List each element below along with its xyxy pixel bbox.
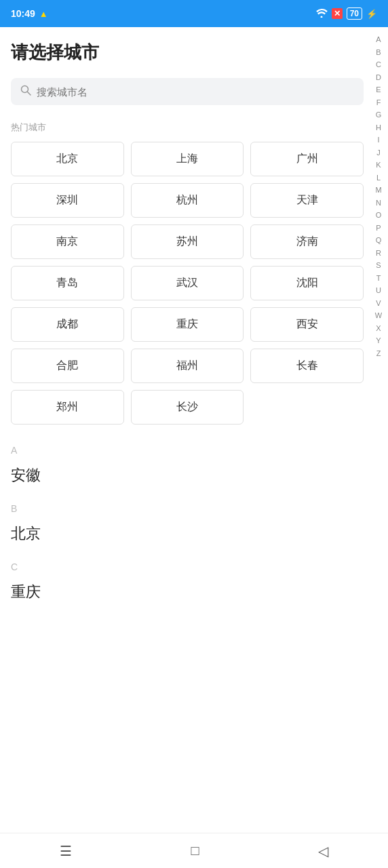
section-city[interactable]: 安徽 (11, 458, 364, 492)
alphabet-list: A安徽B北京C重庆 (11, 445, 364, 609)
sidebar-alpha-t[interactable]: T (369, 273, 388, 284)
sidebar-alpha-b[interactable]: B (369, 47, 388, 58)
sidebar-alpha-q[interactable]: Q (369, 235, 388, 246)
main-content: 请选择城市 热门城市 北京上海广州深圳杭州天津南京苏州济南青岛武汉沈阳成都重庆西… (0, 27, 388, 662)
sidebar-alpha-v[interactable]: V (369, 298, 388, 309)
hot-city-cell[interactable]: 合肥 (11, 349, 124, 383)
hot-city-cell[interactable]: 广州 (250, 142, 364, 176)
sidebar-alpha-a[interactable]: A (369, 34, 388, 45)
sidebar-alpha-m[interactable]: M (369, 184, 388, 196)
hot-city-cell[interactable]: 西安 (250, 307, 364, 342)
section-city[interactable]: 北京 (11, 517, 364, 551)
home-button[interactable]: □ (177, 837, 212, 864)
sidebar-alpha-i[interactable]: I (369, 134, 388, 146)
hot-city-cell[interactable]: 福州 (131, 349, 244, 383)
bottom-nav: ☰ □ ◁ (0, 833, 388, 868)
hot-city-cell[interactable]: 武汉 (131, 266, 244, 300)
sidebar-alpha-y[interactable]: Y (369, 335, 388, 347)
sidebar-alpha-k[interactable]: K (369, 159, 388, 171)
hot-city-cell[interactable]: 天津 (250, 183, 364, 218)
hot-city-cell[interactable]: 南京 (11, 224, 124, 259)
sidebar-alpha-j[interactable]: J (369, 147, 388, 159)
sidebar-alpha-f[interactable]: F (369, 97, 388, 108)
sidebar-alpha-s[interactable]: S (369, 260, 388, 271)
status-bar-left: 10:49 ▲ (11, 8, 48, 19)
wifi-icon (315, 8, 328, 20)
alpha-section: A安徽 (11, 445, 364, 492)
hot-city-cell[interactable]: 北京 (11, 142, 124, 176)
hot-city-cell[interactable]: 苏州 (131, 224, 244, 259)
sidebar-alpha-p[interactable]: P (369, 222, 388, 234)
section-letter: A (11, 445, 364, 456)
section-city[interactable]: 重庆 (11, 575, 364, 609)
x-icon: ✕ (332, 8, 343, 19)
alpha-section: C重庆 (11, 561, 364, 609)
hot-city-cell[interactable]: 济南 (250, 224, 364, 259)
sidebar-alpha-e[interactable]: E (369, 84, 388, 96)
status-bar-right: ✕ 70 ⚡ (315, 7, 377, 20)
sidebar-alpha-u[interactable]: U (369, 285, 388, 296)
sidebar-alpha-l[interactable]: L (369, 172, 388, 184)
sidebar-alpha-w[interactable]: W (369, 310, 388, 321)
hot-city-cell[interactable]: 郑州 (11, 390, 124, 425)
sidebar-alpha-c[interactable]: C (369, 59, 388, 71)
alphabet-sidebar: ABCDEFGHIJKLMNOPQRSTUVWXYZ (369, 27, 388, 366)
page-title: 请选择城市 (11, 41, 364, 64)
sidebar-alpha-z[interactable]: Z (369, 348, 388, 359)
search-icon (20, 85, 31, 98)
hot-city-cell[interactable]: 深圳 (11, 183, 124, 218)
menu-button[interactable]: ☰ (46, 837, 85, 865)
hot-city-cell[interactable]: 长沙 (131, 390, 244, 425)
hot-city-cell[interactable]: 重庆 (131, 307, 244, 342)
battery-bolt-icon: ⚡ (366, 9, 377, 19)
hot-city-cell[interactable]: 长春 (250, 349, 364, 383)
sidebar-alpha-d[interactable]: D (369, 72, 388, 83)
section-letter: B (11, 503, 364, 514)
hot-city-cell[interactable]: 沈阳 (250, 266, 364, 300)
hot-city-cell[interactable]: 杭州 (131, 183, 244, 218)
status-bar: 10:49 ▲ ✕ 70 ⚡ (0, 0, 388, 27)
sidebar-alpha-r[interactable]: R (369, 248, 388, 259)
sidebar-alpha-h[interactable]: H (369, 122, 388, 134)
search-input[interactable] (37, 86, 354, 98)
section-letter: C (11, 561, 364, 572)
time-display: 10:49 (11, 8, 35, 19)
sidebar-alpha-o[interactable]: O (369, 210, 388, 221)
search-box[interactable] (11, 78, 364, 105)
svg-line-1 (28, 92, 31, 96)
hot-city-cell[interactable]: 成都 (11, 307, 124, 342)
back-button[interactable]: ◁ (305, 837, 342, 865)
hot-city-cell[interactable]: 青岛 (11, 266, 124, 300)
sidebar-alpha-x[interactable]: X (369, 323, 388, 334)
alpha-section: B北京 (11, 503, 364, 551)
sidebar-alpha-g[interactable]: G (369, 109, 388, 121)
battery-display: 70 (347, 7, 362, 20)
sidebar-alpha-n[interactable]: N (369, 197, 388, 209)
hot-city-cell[interactable]: 上海 (131, 142, 244, 176)
warning-icon: ▲ (39, 9, 48, 19)
hot-cities-label: 热门城市 (11, 121, 364, 134)
hot-cities-grid: 北京上海广州深圳杭州天津南京苏州济南青岛武汉沈阳成都重庆西安合肥福州长春郑州长沙 (11, 142, 364, 425)
